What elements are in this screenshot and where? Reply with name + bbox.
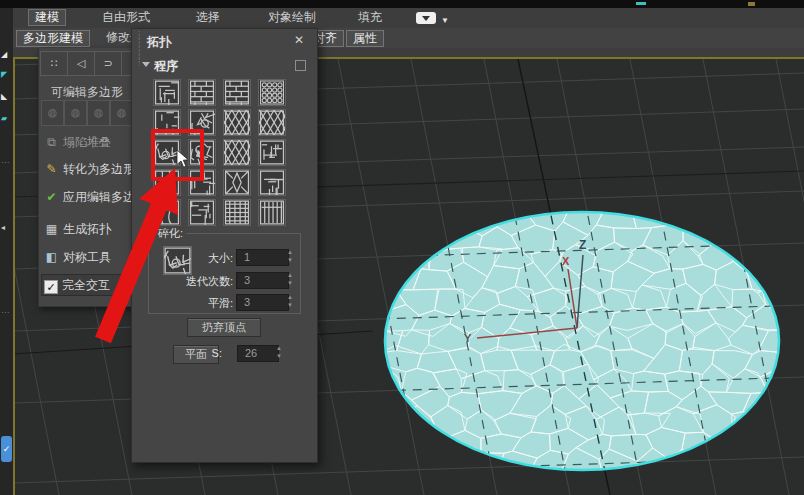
topology-pattern-button[interactable] (258, 139, 286, 166)
ribbon-display-toggle-icon[interactable] (416, 12, 436, 24)
apply-edit-poly-button[interactable]: ✔应用编辑多边形 (43, 187, 135, 207)
topology-pattern-button[interactable] (223, 79, 251, 106)
topology-pattern-button[interactable] (258, 109, 286, 136)
axis-label-x: X (562, 255, 570, 267)
generate-topology-icon: ▦ (43, 219, 60, 239)
checkbox-check-icon: ✓ (44, 280, 58, 294)
iterations-field[interactable]: 3 (236, 272, 289, 289)
ribbon-tab-row: 建模 自由形式 选择 对象绘制 填充 ▼ (0, 8, 804, 29)
preview-subobject-icon[interactable]: ◍ (41, 100, 64, 126)
mini-shape-icon[interactable]: ◣ (1, 92, 7, 101)
chevron-down-icon[interactable]: ▼ (441, 16, 449, 25)
topology-pattern-button[interactable] (258, 169, 286, 196)
symmetry-tools-button[interactable]: ◧对称工具 (43, 247, 135, 267)
ribbon-tab-populate[interactable]: 填充 (352, 10, 388, 25)
convert-poly-icon: ✎ (43, 159, 60, 179)
topology-pattern-button[interactable] (223, 199, 251, 226)
polygon-modeling-panel: ∷ ◁ ⊃ ■ 可编辑多边形 ◍ ◍ ◍ ◍ ⧉塌陷堆叠 ✎转化为多边形 ✔应用… (38, 48, 133, 307)
ribbon-tab-modeling[interactable]: 建模 (28, 9, 66, 26)
generate-topology-button[interactable]: ▦生成拓扑 (43, 219, 135, 239)
ribbon-tab-selection[interactable]: 选择 (190, 10, 226, 25)
mini-shape-icon[interactable]: ▰ (1, 114, 7, 123)
mini-brush-icon[interactable]: ✓ (1, 436, 12, 462)
smooth-label: 平滑: (173, 296, 233, 311)
ribbon-tab-objectpaint[interactable]: 对象绘制 (262, 10, 322, 25)
border-mode-icon[interactable]: ⊃ (94, 51, 122, 76)
s-spinner[interactable]: ▲▼ (273, 344, 285, 361)
close-icon[interactable]: ✕ (292, 33, 306, 47)
chevron-down-icon (142, 62, 150, 67)
topology-panel: ⋮⋮⋮⋮⋮⋮⋮⋮ 拓扑 ✕ 程序 碎化: 大小: 1 ▲▼ 迭代次数: 3 ▲▼… (131, 28, 318, 463)
mini-shape-icon[interactable]: ◂ (1, 223, 5, 232)
section-title: 程序 (154, 58, 178, 75)
grip-dots-icon: ⋯ (1, 308, 9, 317)
mini-shape-icon[interactable]: ◢ (1, 50, 7, 59)
topology-pattern-button[interactable] (223, 109, 251, 136)
collapse-stack-button[interactable]: ⧉塌陷堆叠 (43, 132, 135, 152)
fragment-group-label: 碎化: (155, 226, 186, 241)
smooth-field[interactable]: 3 (236, 294, 289, 311)
object-type-label: 可编辑多边形 (51, 84, 135, 101)
smooth-spinner[interactable]: ▲▼ (284, 293, 296, 310)
titlebar-glyph-icon (636, 2, 646, 5)
apply-edit-poly-icon: ✔ (43, 187, 60, 207)
panel-tab-polygon-modeling[interactable]: 多边形建模 (16, 30, 90, 47)
size-label: 大小: (173, 251, 233, 266)
topology-pattern-button[interactable] (223, 139, 251, 166)
mini-shape-icon[interactable]: ◤ (1, 70, 7, 79)
axis-label-z: Z (579, 238, 586, 252)
full-interactivity-checkbox[interactable]: ✓完全交互 (41, 274, 131, 296)
collapse-stack-icon: ⧉ (43, 132, 60, 152)
preview-subobject-icon[interactable]: ◍ (87, 100, 110, 126)
ribbon-tab-freeform[interactable]: 自由形式 (96, 10, 156, 25)
size-spinner[interactable]: ▲▼ (284, 248, 296, 265)
application-window: ZXY 建模 自由形式 选择 对象绘制 填充 ▼ 多边形建模 修改选择 对齐 属… (0, 0, 804, 495)
axis-label-y: Y (464, 332, 472, 344)
preview-subobject-icon[interactable]: ◍ (64, 100, 87, 126)
edge-mode-icon[interactable]: ◁ (67, 51, 95, 76)
topology-pattern-button[interactable] (153, 79, 181, 106)
panel-tab-properties[interactable]: 属性 (346, 30, 384, 47)
panel-pin-icon[interactable] (295, 60, 306, 71)
title-bar (0, 0, 804, 8)
iterations-label: 迭代次数: (173, 274, 233, 289)
symmetry-tools-icon: ◧ (43, 247, 60, 267)
grip-dots-icon: ⋯ (1, 158, 9, 167)
discard-vertices-button[interactable]: 扔弃顶点 (187, 318, 261, 337)
procedures-section-header[interactable]: 程序 (140, 57, 308, 74)
preview-subobject-icon[interactable]: ◍ (110, 100, 133, 126)
topology-pattern-button[interactable] (153, 199, 181, 226)
topology-pattern-button[interactable] (188, 79, 216, 106)
topology-pattern-button[interactable] (188, 199, 216, 226)
viewport-active-border-left (13, 57, 15, 495)
left-mini-toolbar: ◢ ◤ ◣ ▰ ⋯ ◂ ⋯ ✓ (0, 8, 13, 495)
vertex-mode-icon[interactable]: ∷ (40, 51, 68, 76)
panel-title: 拓扑 (147, 34, 171, 51)
fragment-group: 碎化: 大小: 1 ▲▼ 迭代次数: 3 ▲▼ 平滑: 3 ▲▼ (148, 233, 301, 314)
size-field[interactable]: 1 (236, 249, 289, 266)
topology-pattern-button[interactable] (258, 79, 286, 106)
ribbon-panel-row: 多边形建模 修改选择 对齐 属性 (0, 28, 804, 48)
highlight-box (151, 129, 204, 181)
topology-pattern-button[interactable] (223, 169, 251, 196)
s-label: S: (180, 347, 222, 359)
iterations-spinner[interactable]: ▲▼ (284, 271, 296, 288)
titlebar-glyph2-icon (748, 2, 755, 6)
convert-to-poly-button[interactable]: ✎转化为多边形 (43, 159, 135, 179)
topology-pattern-button[interactable] (258, 199, 286, 226)
